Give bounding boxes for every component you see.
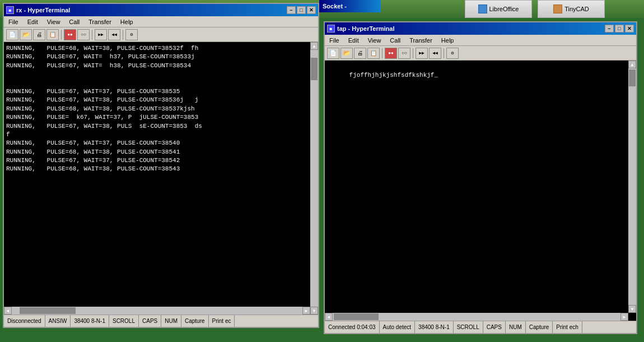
tap-capture-btn[interactable]: ⚙: [446, 48, 459, 59]
rx-menu-call[interactable]: Call: [67, 18, 82, 26]
tap-statusbar: Connected 0:04:03 Auto detect 38400 8-N-…: [325, 321, 636, 333]
rx-toolbar-sep2: [92, 30, 92, 40]
tap-recv-btn[interactable]: ◀◀: [429, 48, 441, 59]
tap-close-btn[interactable]: ✕: [625, 25, 634, 33]
libreoffice-icon: [478, 4, 487, 13]
tap-scroll-up[interactable]: ▲: [628, 61, 636, 68]
tap-hyperterminal-window: ■ tap - HyperTerminal − □ ✕ File Edit Vi…: [324, 21, 637, 334]
rx-terminal-content[interactable]: RUNNING, PULSE=68, WAIT=38, PULSE-COUNT=…: [4, 42, 318, 315]
tap-titlebar: ■ tap - HyperTerminal − □ ✕: [325, 22, 636, 35]
tinycad-button[interactable]: TinyCAD: [538, 0, 605, 18]
tap-menu-call[interactable]: Call: [388, 36, 403, 44]
rx-menubar: File Edit View Call Transfer Help: [4, 16, 318, 27]
tap-send-btn[interactable]: ▶▶: [416, 48, 428, 59]
rx-title-area: ■ rx - HyperTerminal: [6, 6, 70, 14]
tap-status-scroll: SCROLL: [454, 321, 483, 333]
rx-maximize-btn[interactable]: □: [297, 6, 306, 14]
rx-window-controls[interactable]: − □ ✕: [287, 6, 316, 14]
rx-menu-view[interactable]: View: [45, 18, 63, 26]
rx-connect-btn[interactable]: ●●: [64, 29, 76, 40]
rx-window-icon: ■: [6, 6, 14, 14]
tap-status-connection: Connected 0:04:03: [325, 321, 380, 333]
rx-title-text: rx - HyperTerminal: [16, 7, 70, 13]
rx-close-btn[interactable]: ✕: [307, 6, 316, 14]
rx-status-caps: CAPS: [139, 315, 161, 327]
libreoffice-button[interactable]: LibreOffice: [465, 0, 532, 18]
tap-menubar: File Edit View Call Transfer Help: [325, 35, 636, 46]
rx-menu-transfer[interactable]: Transfer: [86, 18, 114, 26]
tap-maximize-btn[interactable]: □: [615, 25, 624, 33]
rx-scroll-h-thumb[interactable]: [20, 307, 76, 314]
tap-menu-transfer[interactable]: Transfer: [407, 36, 435, 44]
rx-scroll-up[interactable]: ▲: [310, 42, 318, 50]
socket-title: Socket -: [323, 3, 347, 10]
tap-menu-help[interactable]: Help: [439, 36, 456, 44]
rx-scroll-left[interactable]: ◄: [4, 307, 12, 315]
tap-minimize-btn[interactable]: −: [605, 25, 614, 33]
tap-window-controls[interactable]: − □ ✕: [605, 25, 634, 33]
rx-props-btn[interactable]: 📋: [46, 29, 59, 40]
rx-recv-btn[interactable]: ◀◀: [108, 29, 120, 40]
tap-toolbar: 📄 📂 🖨 📋 ●● ○○ ▶▶ ◀◀ ⚙: [325, 46, 636, 61]
rx-toolbar-sep3: [123, 30, 123, 40]
rx-status-print: Print ec: [209, 315, 235, 327]
tap-menu-file[interactable]: File: [327, 36, 342, 44]
rx-scrollbar-horizontal[interactable]: ◄ ►: [4, 307, 310, 315]
tap-scrollbar-vertical[interactable]: ▲ ▼: [628, 61, 636, 313]
tap-scrollbar-horizontal[interactable]: ◄ ►: [325, 313, 628, 321]
rx-menu-help[interactable]: Help: [118, 18, 136, 26]
rx-toolbar: 📄 📂 🖨 📋 ●● ○○ ▶▶ ◀◀ ⚙: [4, 27, 318, 42]
rx-menu-edit[interactable]: Edit: [25, 18, 40, 26]
tap-status-num: NUM: [506, 321, 526, 333]
rx-capture-btn[interactable]: ⚙: [125, 29, 138, 40]
tap-terminal-text: fjoffhjhjkjshfsdfkshkjf_: [325, 61, 636, 91]
rx-status-capture: Capture: [181, 315, 209, 327]
tap-status-capture: Capture: [526, 321, 553, 333]
tap-disconnect-btn[interactable]: ○○: [398, 48, 410, 59]
rx-terminal-text: RUNNING, PULSE=68, WAIT=38, PULSE-COUNT=…: [4, 42, 318, 176]
tap-toolbar-sep2: [413, 48, 413, 58]
tap-print-btn[interactable]: 🖨: [354, 48, 366, 59]
rx-minimize-btn[interactable]: −: [287, 6, 296, 14]
tap-toolbar-sep3: [444, 48, 444, 58]
tap-toolbar-sep1: [382, 48, 382, 58]
rx-hyperterminal-window: ■ rx - HyperTerminal − □ ✕ File Edit Vie…: [3, 3, 319, 328]
tinycad-label: TinyCAD: [564, 6, 589, 12]
rx-toolbar-sep1: [61, 30, 62, 40]
tap-new-btn[interactable]: 📄: [327, 48, 339, 59]
rx-scroll-thumb[interactable]: [311, 58, 318, 80]
tap-scroll-right[interactable]: ►: [620, 313, 628, 321]
rx-disconnect-btn[interactable]: ○○: [77, 29, 90, 40]
rx-status-scroll: SCROLL: [109, 315, 139, 327]
rx-status-connection: Disconnected: [4, 315, 45, 327]
tap-scroll-h-thumb[interactable]: [334, 313, 379, 320]
tap-status-baud: 38400 8-N-1: [415, 321, 454, 333]
socket-titlebar: Socket -: [319, 0, 381, 12]
rx-scroll-down[interactable]: ▼: [310, 307, 318, 315]
rx-print-btn[interactable]: 🖨: [33, 29, 45, 40]
rx-titlebar: ■ rx - HyperTerminal − □ ✕: [4, 4, 318, 16]
tap-menu-edit[interactable]: Edit: [346, 36, 361, 44]
rx-new-btn[interactable]: 📄: [6, 29, 18, 40]
tinycad-icon: [553, 4, 562, 13]
rx-statusbar: Disconnected ANSIW 38400 8-N-1 SCROLL CA…: [4, 315, 318, 327]
tap-open-btn[interactable]: 📂: [340, 48, 353, 59]
rx-status-num: NUM: [161, 315, 181, 327]
rx-status-encoding: ANSIW: [45, 315, 71, 327]
rx-scroll-right[interactable]: ►: [302, 307, 310, 315]
tap-menu-view[interactable]: View: [366, 36, 384, 44]
tap-scroll-left[interactable]: ◄: [325, 313, 333, 321]
tap-scroll-thumb[interactable]: [629, 70, 636, 86]
tap-window-icon: ■: [327, 25, 335, 33]
rx-send-btn[interactable]: ▶▶: [95, 29, 107, 40]
tap-connect-btn[interactable]: ●●: [385, 48, 397, 59]
tap-props-btn[interactable]: 📋: [367, 48, 380, 59]
tap-scroll-down[interactable]: ▼: [628, 305, 636, 313]
tap-title-area: ■ tap - HyperTerminal: [327, 25, 395, 33]
tap-terminal-content[interactable]: fjoffhjhjkjshfsdfkshkjf_ ▲ ▼ ◄ ►: [325, 61, 636, 321]
rx-status-baud: 38400 8-N-1: [71, 315, 109, 327]
rx-scrollbar-vertical[interactable]: ▲ ▼: [310, 42, 318, 315]
rx-open-btn[interactable]: 📂: [20, 29, 32, 40]
rx-menu-file[interactable]: File: [6, 18, 21, 26]
tap-status-caps: CAPS: [483, 321, 506, 333]
